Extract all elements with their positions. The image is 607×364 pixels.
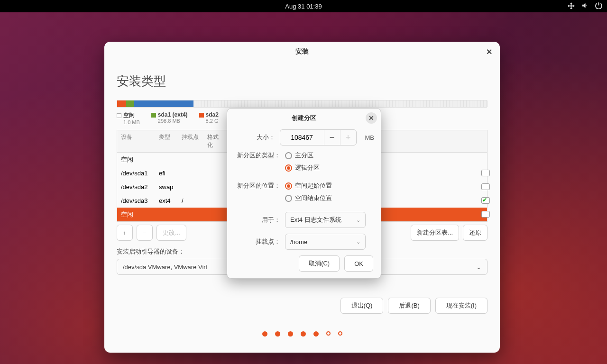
power-icon[interactable] (595, 2, 602, 10)
chevron-down-icon: ⌄ (356, 217, 360, 223)
mount-point-combo[interactable]: /home⌄ (285, 234, 366, 250)
radio-end[interactable]: 空间结束位置 (285, 194, 332, 202)
system-tray[interactable] (568, 0, 602, 12)
change-partition-button[interactable]: 更改... (156, 225, 186, 241)
add-partition-button[interactable]: + (117, 225, 133, 241)
radio-logical[interactable]: 逻辑分区 (285, 164, 320, 172)
chevron-down-icon: ⌄ (356, 239, 360, 245)
chevron-down-icon: ⌄ (476, 264, 481, 271)
revert-button[interactable]: 还原 (463, 225, 487, 241)
use-as-label: 用于： (234, 216, 280, 224)
remove-partition-button[interactable]: − (137, 225, 153, 241)
create-partition-dialog: 创建分区 ✕ 大小： − + MB 新分区的类型： 主分区 逻辑分区 新分区的位… (227, 108, 381, 279)
cancel-button[interactable]: 取消(C) (299, 255, 340, 272)
size-increment-button[interactable]: + (340, 130, 356, 145)
format-checkbox[interactable] (481, 197, 490, 204)
new-partition-table-button[interactable]: 新建分区表... (411, 225, 459, 241)
window-titlebar: 安装 ✕ (104, 42, 500, 62)
size-spinbox[interactable]: − + (280, 129, 357, 146)
size-decrement-button[interactable]: − (324, 130, 340, 145)
size-input[interactable] (280, 134, 324, 141)
use-as-combo[interactable]: Ext4 日志文件系统⌄ (285, 212, 366, 228)
size-unit: MB (365, 134, 375, 141)
volume-icon[interactable] (581, 2, 589, 10)
window-title: 安装 (295, 47, 309, 56)
progress-dots (104, 331, 500, 337)
mount-point-label: 挂载点： (234, 237, 280, 246)
radio-primary[interactable]: 主分区 (285, 151, 320, 160)
partition-usage-bar (117, 100, 487, 108)
close-icon[interactable]: ✕ (366, 112, 377, 124)
back-button[interactable]: 后退(B) (388, 298, 430, 314)
network-icon[interactable] (568, 2, 575, 10)
page-title: 安装类型 (117, 73, 487, 90)
location-label: 新分区的位置： (234, 182, 280, 190)
clock: Aug 31 01:39 (285, 3, 322, 10)
install-now-button[interactable]: 现在安装(I) (435, 298, 487, 314)
gnome-topbar: Aug 31 01:39 (0, 0, 607, 12)
radio-begin[interactable]: 空间起始位置 (285, 182, 332, 190)
quit-button[interactable]: 退出(Q) (340, 298, 384, 314)
dialog-title: 创建分区 ✕ (227, 109, 381, 127)
ok-button[interactable]: OK (344, 255, 373, 272)
close-icon[interactable]: ✕ (485, 47, 493, 56)
size-label: 大小： (234, 133, 275, 142)
partition-type-label: 新分区的类型： (234, 151, 280, 160)
